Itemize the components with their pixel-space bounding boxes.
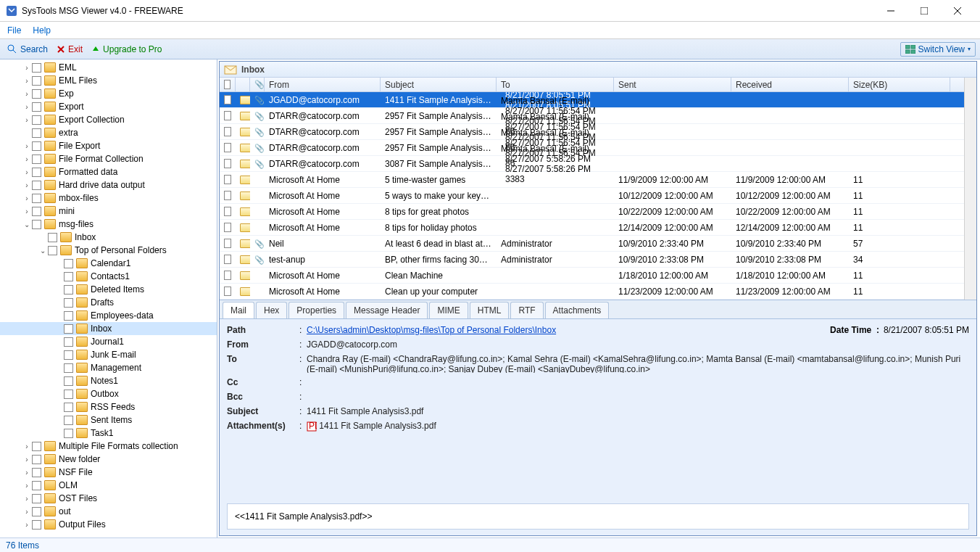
tree-item[interactable]: Calendar1 — [0, 257, 217, 270]
tree-item[interactable]: ›mini — [0, 205, 217, 218]
row-checkbox[interactable] — [224, 223, 231, 232]
tree-checkbox[interactable] — [48, 233, 57, 242]
tab-attachments[interactable]: Attachments — [545, 302, 610, 318]
row-checkbox[interactable] — [224, 287, 231, 296]
tree-arrow-icon[interactable]: › — [22, 90, 32, 98]
tree-checkbox[interactable] — [32, 155, 41, 164]
tree-checkbox[interactable] — [32, 220, 41, 229]
tree-item[interactable]: ›Formatted data — [0, 165, 217, 178]
tree-item[interactable]: ›File Export — [0, 139, 217, 152]
tree-arrow-icon[interactable]: › — [22, 64, 32, 72]
tree-checkbox[interactable] — [64, 403, 73, 412]
tree-item[interactable]: RSS Feeds — [0, 400, 217, 413]
tab-mail[interactable]: Mail — [223, 302, 254, 318]
col-to[interactable]: To — [497, 78, 614, 91]
tab-mime[interactable]: MIME — [429, 302, 468, 318]
tree-checkbox[interactable] — [32, 76, 41, 86]
message-row[interactable]: Microsoft At Home8 tips for great photos… — [220, 204, 964, 220]
upgrade-button[interactable]: Upgrade to Pro — [88, 43, 165, 56]
menu-help[interactable]: Help — [33, 25, 51, 36]
tree-item[interactable]: Inbox — [0, 231, 217, 244]
tree-checkbox[interactable] — [32, 141, 41, 151]
row-checkbox[interactable] — [224, 255, 231, 264]
col-subject[interactable]: Subject — [381, 78, 497, 91]
tree-item[interactable]: ›Exp — [0, 87, 217, 100]
tree-item[interactable]: ›Multiple File Formats collection — [0, 440, 217, 453]
maximize-button[interactable] — [908, 0, 941, 22]
search-button[interactable]: Search — [4, 43, 51, 56]
tree-checkbox[interactable] — [32, 520, 41, 530]
tree-item[interactable]: ›OST Files — [0, 492, 217, 505]
exit-button[interactable]: Exit — [54, 43, 86, 56]
tree-item[interactable]: ›File Format Collection — [0, 152, 217, 165]
tree-arrow-icon[interactable]: › — [22, 142, 32, 150]
tree-item[interactable]: Management — [0, 361, 217, 374]
tree-arrow-icon[interactable]: ⌄ — [22, 221, 32, 228]
tree-arrow-icon[interactable]: › — [22, 495, 32, 503]
col-received[interactable]: Received — [731, 78, 849, 91]
tree-checkbox[interactable] — [64, 298, 73, 308]
message-row[interactable]: Microsoft At Home8 tips for holiday phot… — [220, 220, 964, 236]
tree-checkbox[interactable] — [32, 181, 41, 190]
tree-item[interactable]: ›out — [0, 505, 217, 518]
tab-rtf[interactable]: RTF — [510, 302, 543, 318]
vertical-scrollbar[interactable] — [964, 78, 976, 300]
tree-checkbox[interactable] — [32, 494, 41, 503]
tree-checkbox[interactable] — [64, 259, 73, 268]
row-checkbox[interactable] — [224, 127, 231, 136]
tree-checkbox[interactable] — [64, 416, 73, 425]
tree-arrow-icon[interactable]: › — [22, 482, 32, 490]
tree-checkbox[interactable] — [32, 455, 41, 464]
tree-item[interactable]: ›mbox-files — [0, 191, 217, 205]
tree-item[interactable]: Inbox — [0, 322, 217, 335]
tree-item[interactable]: Junk E-mail — [0, 348, 217, 361]
tree-checkbox[interactable] — [64, 429, 73, 438]
tree-checkbox[interactable] — [64, 285, 73, 294]
tree-item[interactable]: ›New folder — [0, 453, 217, 466]
attachment-value[interactable]: PDF 1411 Fit Sample Analysis3.pdf — [307, 421, 969, 432]
tree-item[interactable]: ›OLM — [0, 479, 217, 492]
tree-arrow-icon[interactable]: › — [22, 194, 32, 202]
tree-item[interactable]: ›Export — [0, 100, 217, 113]
tree-item[interactable]: extra — [0, 126, 217, 139]
tab-properties[interactable]: Properties — [288, 302, 344, 318]
tree-arrow-icon[interactable]: › — [22, 207, 32, 215]
tree-checkbox[interactable] — [32, 507, 41, 516]
row-checkbox[interactable] — [224, 271, 231, 280]
row-checkbox[interactable] — [224, 111, 231, 120]
message-row[interactable]: Microsoft At Home5 ways to make your key… — [220, 188, 964, 204]
path-value[interactable]: C:\Users\admin\Desktop\msg-files\Top of … — [307, 325, 830, 335]
row-checkbox[interactable] — [224, 175, 231, 184]
tab-html[interactable]: HTML — [470, 302, 510, 318]
row-checkbox[interactable] — [224, 159, 231, 168]
message-row[interactable]: Microsoft At HomeClean Machine1/18/2010 … — [220, 268, 964, 284]
tree-checkbox[interactable] — [32, 207, 41, 216]
tree-item[interactable]: ⌄Top of Personal Folders — [0, 244, 217, 257]
row-checkbox[interactable] — [224, 191, 231, 200]
menu-file[interactable]: File — [7, 25, 21, 36]
tree-item[interactable]: Task1 — [0, 427, 217, 440]
tree-checkbox[interactable] — [64, 390, 73, 399]
tree-checkbox[interactable] — [32, 194, 41, 203]
col-size[interactable]: Size(KB) — [849, 78, 950, 91]
message-row[interactable]: 📎test-anupBP, other firms facing 300 la.… — [220, 252, 964, 268]
tree-item[interactable]: Contacts1 — [0, 270, 217, 283]
tree-arrow-icon[interactable]: › — [22, 508, 32, 516]
tree-checkbox[interactable] — [32, 168, 41, 177]
tree-checkbox[interactable] — [64, 337, 73, 347]
tree-checkbox[interactable] — [32, 481, 41, 490]
folder-tree[interactable]: ›EML›EML Files›Exp›Export›Export Collect… — [0, 59, 217, 537]
tree-arrow-icon[interactable]: › — [22, 456, 32, 464]
tree-checkbox[interactable] — [32, 102, 41, 112]
tree-checkbox[interactable] — [32, 468, 41, 477]
tree-checkbox[interactable] — [32, 128, 41, 138]
tab-message-header[interactable]: Message Header — [346, 302, 428, 318]
tab-hex[interactable]: Hex — [256, 302, 287, 318]
tree-checkbox[interactable] — [64, 272, 73, 281]
row-checkbox[interactable] — [224, 239, 231, 248]
col-sent[interactable]: Sent — [614, 78, 731, 91]
tree-checkbox[interactable] — [32, 63, 41, 73]
switch-view-button[interactable]: Switch View ▾ — [900, 42, 976, 57]
tree-item[interactable]: ›Output Files — [0, 518, 217, 531]
message-row[interactable]: Microsoft At HomeClean up your computer1… — [220, 284, 964, 300]
